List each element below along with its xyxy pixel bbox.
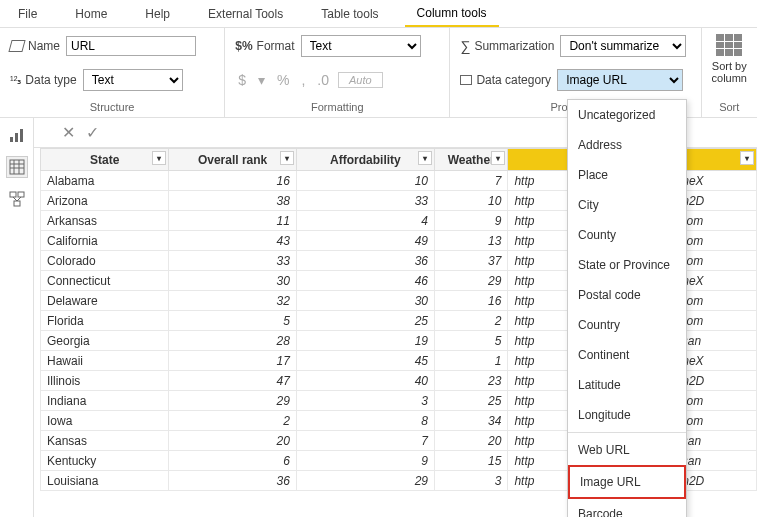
summarization-select[interactable]: Don't summarize [560,35,686,57]
cell-rank[interactable]: 17 [169,351,297,371]
format-select[interactable]: Text [301,35,421,57]
cell-affordability[interactable]: 40 [296,371,434,391]
cell-state[interactable]: Indiana [41,391,169,411]
decimal-icon[interactable]: .0 [314,72,332,88]
cell-rank[interactable]: 36 [169,471,297,491]
dropdown-item-image-url[interactable]: Image URL [568,465,686,499]
column-filter-icon[interactable]: ▾ [280,151,294,165]
cell-state[interactable]: Louisiana [41,471,169,491]
cell-rank[interactable]: 47 [169,371,297,391]
cell-rank[interactable]: 28 [169,331,297,351]
commit-button[interactable]: ✓ [80,121,104,145]
report-view-button[interactable] [6,124,28,146]
dropdown-item-latitude[interactable]: Latitude [568,370,686,400]
cell-state[interactable]: Colorado [41,251,169,271]
cell-state[interactable]: Connecticut [41,271,169,291]
dropdown-item-continent[interactable]: Continent [568,340,686,370]
cell-state[interactable]: Alabama [41,171,169,191]
column-name-input[interactable] [66,36,196,56]
cell-rank[interactable]: 6 [169,451,297,471]
cell-weather[interactable]: 25 [434,391,507,411]
dropdown-item-city[interactable]: City [568,190,686,220]
cell-state[interactable]: Kansas [41,431,169,451]
dropdown-item-postal-code[interactable]: Postal code [568,280,686,310]
column-filter-icon[interactable]: ▾ [418,151,432,165]
cell-state[interactable]: Georgia [41,331,169,351]
cell-state[interactable]: Illinois [41,371,169,391]
cell-affordability[interactable]: 46 [296,271,434,291]
currency-icon[interactable]: $ [235,72,249,88]
cell-state[interactable]: Florida [41,311,169,331]
cell-rank[interactable]: 16 [169,171,297,191]
cell-weather[interactable]: 20 [434,431,507,451]
cell-weather[interactable]: 3 [434,471,507,491]
cell-affordability[interactable]: 7 [296,431,434,451]
dropdown-item-address[interactable]: Address [568,130,686,160]
cell-state[interactable]: Arizona [41,191,169,211]
dropdown-item-county[interactable]: County [568,220,686,250]
cell-rank[interactable]: 38 [169,191,297,211]
percent-icon[interactable]: % [274,72,292,88]
column-header-state[interactable]: State▾ [41,149,169,171]
cell-rank[interactable]: 29 [169,391,297,411]
cell-affordability[interactable]: 9 [296,451,434,471]
cell-rank[interactable]: 5 [169,311,297,331]
cell-weather[interactable]: 2 [434,311,507,331]
cell-weather[interactable]: 37 [434,251,507,271]
cell-weather[interactable]: 16 [434,291,507,311]
dropdown-item-state-or-province[interactable]: State or Province [568,250,686,280]
cell-weather[interactable]: 1 [434,351,507,371]
cell-state[interactable]: Arkansas [41,211,169,231]
cell-affordability[interactable]: 33 [296,191,434,211]
data-view-button[interactable] [6,156,28,178]
decimal-auto[interactable]: Auto [338,72,383,88]
cell-rank[interactable]: 30 [169,271,297,291]
cell-weather[interactable]: 5 [434,331,507,351]
column-filter-icon[interactable]: ▾ [740,151,754,165]
cell-weather[interactable]: 10 [434,191,507,211]
cell-affordability[interactable]: 25 [296,311,434,331]
cell-affordability[interactable]: 29 [296,471,434,491]
cell-affordability[interactable]: 36 [296,251,434,271]
cell-weather[interactable]: 13 [434,231,507,251]
menu-item-home[interactable]: Home [63,2,119,26]
data-type-select[interactable]: Text [83,69,183,91]
menu-item-table-tools[interactable]: Table tools [309,2,390,26]
cell-rank[interactable]: 11 [169,211,297,231]
column-header-weather[interactable]: Weather▾ [434,149,507,171]
column-header-overall-rank[interactable]: Overall rank▾ [169,149,297,171]
menu-item-external-tools[interactable]: External Tools [196,2,295,26]
column-header-affordability[interactable]: Affordability▾ [296,149,434,171]
cell-rank[interactable]: 43 [169,231,297,251]
dropdown-item-web-url[interactable]: Web URL [568,435,686,465]
cell-weather[interactable]: 34 [434,411,507,431]
cell-state[interactable]: Hawaii [41,351,169,371]
cell-state[interactable]: Iowa [41,411,169,431]
cell-affordability[interactable]: 30 [296,291,434,311]
cell-affordability[interactable]: 10 [296,171,434,191]
dropdown-item-barcode[interactable]: Barcode [568,499,686,517]
cell-weather[interactable]: 15 [434,451,507,471]
dropdown-item-longitude[interactable]: Longitude [568,400,686,430]
cell-state[interactable]: Delaware [41,291,169,311]
data-category-select[interactable]: Image URL [557,69,683,91]
sort-by-column-button[interactable]: Sort by column [712,34,747,84]
thousands-icon[interactable]: ▾ [255,72,268,88]
menu-item-file[interactable]: File [6,2,49,26]
menu-item-column-tools[interactable]: Column tools [405,1,499,27]
cell-state[interactable]: Kentucky [41,451,169,471]
cell-affordability[interactable]: 8 [296,411,434,431]
cell-rank[interactable]: 33 [169,251,297,271]
cell-affordability[interactable]: 19 [296,331,434,351]
dropdown-item-country[interactable]: Country [568,310,686,340]
cell-affordability[interactable]: 45 [296,351,434,371]
column-filter-icon[interactable]: ▾ [152,151,166,165]
dropdown-item-place[interactable]: Place [568,160,686,190]
column-filter-icon[interactable]: ▾ [491,151,505,165]
cell-affordability[interactable]: 3 [296,391,434,411]
cell-affordability[interactable]: 49 [296,231,434,251]
cell-rank[interactable]: 20 [169,431,297,451]
menu-item-help[interactable]: Help [133,2,182,26]
cell-rank[interactable]: 2 [169,411,297,431]
dropdown-item-uncategorized[interactable]: Uncategorized [568,100,686,130]
